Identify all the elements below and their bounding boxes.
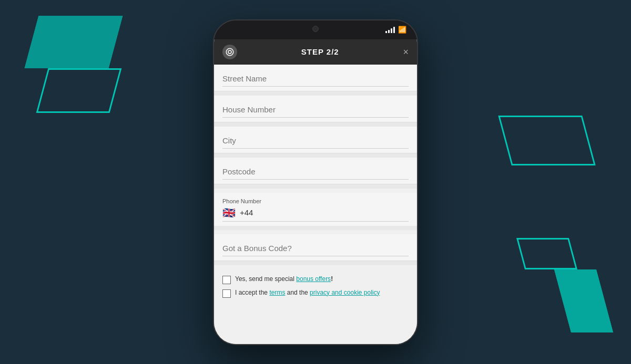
city-input[interactable]	[222, 134, 409, 149]
signal-bar-4	[393, 27, 395, 33]
house-number-input[interactable]	[222, 103, 409, 118]
status-bar: 📶	[214, 20, 417, 39]
marketing-checkbox-row: Yes, send me special bonus offers!	[222, 275, 409, 284]
signal-bar-2	[388, 30, 390, 33]
field-gap-6	[214, 261, 417, 265]
bg-decoration-5	[516, 238, 577, 269]
field-gap-3	[214, 153, 417, 158]
signal-bar-3	[391, 28, 392, 33]
wifi-icon: 📶	[398, 26, 406, 34]
terms-checkbox[interactable]	[222, 289, 231, 298]
field-gap-5	[214, 226, 417, 230]
camera-icon	[312, 26, 319, 32]
privacy-policy-link[interactable]: privacy and cookie policy	[310, 289, 380, 296]
marketing-checkbox[interactable]	[222, 276, 231, 284]
field-gap-2	[214, 122, 417, 127]
phone-number-field: Phone Number 🇬🇧 +44	[214, 193, 417, 226]
checkbox-section: Yes, send me special bonus offers! I acc…	[214, 269, 417, 307]
phone-row[interactable]: 🇬🇧 +44	[222, 207, 409, 222]
postcode-input[interactable]	[222, 165, 409, 180]
field-gap-1	[214, 91, 417, 96]
app-logo	[222, 45, 237, 59]
bg-decoration-3	[498, 116, 595, 165]
app-header: STEP 2/2 ×	[214, 39, 417, 65]
bonus-code-input[interactable]	[222, 242, 409, 256]
close-button[interactable]: ×	[403, 47, 409, 57]
field-gap-4	[214, 184, 417, 189]
uk-flag-icon: 🇬🇧	[222, 207, 236, 218]
terms-label: I accept the terms and the privacy and c…	[235, 288, 380, 297]
bg-decoration-4	[554, 269, 613, 332]
signal-icon	[385, 27, 395, 33]
signal-bar-1	[385, 31, 387, 33]
phone-code: +44	[240, 208, 253, 217]
bonus-offers-link[interactable]: bonus offers	[296, 275, 331, 283]
step-title: STEP 2/2	[301, 47, 339, 56]
phone-label: Phone Number	[222, 198, 409, 204]
street-name-input[interactable]	[222, 72, 409, 87]
postcode-field	[214, 158, 417, 184]
phone-device: 📶 STEP 2/2 ×	[213, 19, 418, 345]
street-name-field	[214, 65, 417, 91]
marketing-label: Yes, send me special bonus offers!	[235, 275, 333, 284]
bonus-code-field	[214, 234, 417, 261]
form-content: Phone Number 🇬🇧 +44 Yes, send me special…	[214, 65, 417, 344]
svg-point-1	[228, 50, 231, 54]
terms-checkbox-row: I accept the terms and the privacy and c…	[222, 288, 409, 298]
city-field	[214, 127, 417, 153]
svg-point-0	[226, 48, 233, 56]
app-container: STEP 2/2 ×	[214, 39, 417, 344]
terms-link[interactable]: terms	[269, 289, 285, 296]
house-number-field	[214, 96, 417, 122]
bg-decoration-2	[36, 68, 122, 113]
bg-decoration-1	[25, 16, 123, 68]
